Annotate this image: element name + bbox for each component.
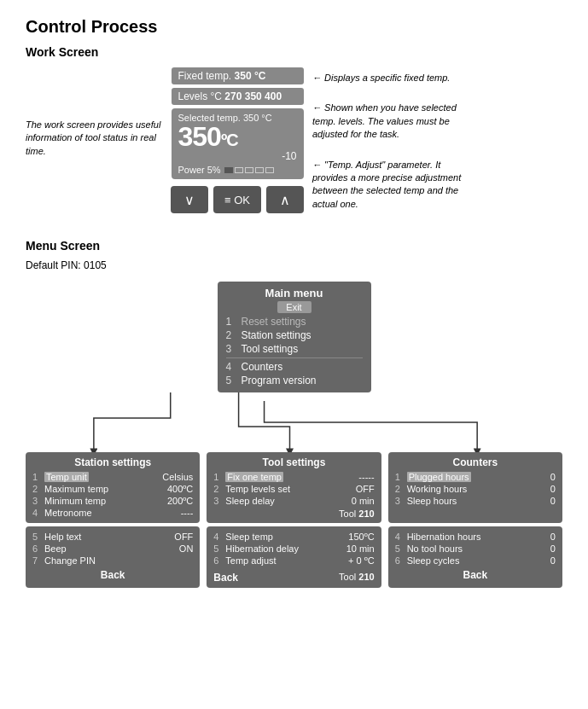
counters-back-button[interactable]: Back — [395, 569, 556, 581]
default-pin: Default PIN: 0105 — [26, 259, 562, 271]
counters-panel: Counters 1 Plugged hours 0 2 Working hou… — [388, 452, 562, 523]
tool-item-3: 3 Sleep delay 0 min — [213, 495, 374, 507]
connector-arrows — [26, 392, 562, 452]
levels-label: Levels °C — [178, 90, 223, 102]
counter-item-5: 5 No tool hours 0 — [395, 543, 556, 555]
tool-id: Tool 210 — [213, 509, 374, 519]
main-display: Selected temp. 350 °C 350ºC -10 Power 5% — [172, 108, 304, 179]
tool-back-button[interactable]: Back — [213, 572, 238, 584]
note-fixed-temp: ← Displays a specific fixed temp. — [312, 72, 466, 84]
work-screen-layout: The work screen provides useful informat… — [26, 67, 562, 213]
tool-item-6: 6 Temp adjust + 0 ºC — [213, 555, 374, 567]
menu-screen-heading: Menu Screen — [26, 239, 562, 253]
up-button[interactable]: ∧ — [266, 186, 304, 213]
counter-item-6: 6 Sleep cycles 0 — [395, 555, 556, 567]
fixed-temp-label: Fixed temp. — [178, 70, 232, 82]
counters-title: Counters — [395, 456, 556, 468]
counter-item-3: 3 Sleep hours 0 — [395, 495, 556, 507]
power-display: Power 5% — [178, 165, 297, 175]
fixed-temp-bar: Fixed temp. 350 °C — [172, 67, 304, 84]
main-menu-item-5[interactable]: 5 Program version — [226, 374, 363, 387]
station-item-6: 6 Beep ON — [32, 543, 193, 555]
note-adjust: ← "Temp. Adjust" parameter. It provides … — [312, 159, 466, 212]
counter-item-1: 1 Plugged hours 0 — [395, 471, 556, 483]
menu-screen-section: Menu Screen Default PIN: 0105 Main menu … — [26, 239, 562, 588]
main-menu-item-1[interactable]: 1 Reset settings — [226, 315, 363, 328]
main-menu-item-2[interactable]: 2 Station settings — [226, 328, 363, 342]
counters-panel-2: 4 Hibernation hours 0 5 No tool hours 0 … — [388, 526, 562, 588]
tool-item-2: 2 Temp levels set OFF — [213, 483, 374, 495]
note-levels: ← Shown when you have selected temp. lev… — [312, 102, 466, 141]
work-screen-section: Work Screen The work screen provides use… — [26, 45, 562, 213]
sub-panels-row: Station settings 1 Temp unit Celsius 2 M… — [26, 452, 562, 523]
tool-item-4: 4 Sleep temp 150ºC — [213, 531, 374, 543]
work-screen-heading: Work Screen — [26, 45, 562, 59]
sub-panels-row-2: 5 Help text OFF 6 Beep ON 7 Change PIN B… — [26, 526, 562, 588]
work-screen-buttons: ∨ ≡ OK ∧ — [171, 186, 304, 213]
tool-settings-panel-2: 4 Sleep temp 150ºC 5 Hibernation delay 1… — [207, 526, 381, 588]
tool-item-1: 1 Fix one temp ----- — [213, 471, 374, 483]
main-menu-item-3[interactable]: 3 Tool settings — [226, 342, 363, 356]
station-item-5: 5 Help text OFF — [32, 531, 193, 543]
main-menu-exit[interactable]: Exit — [277, 301, 311, 313]
page-title: Control Process — [26, 17, 562, 37]
station-settings-panel-2: 5 Help text OFF 6 Beep ON 7 Change PIN B… — [26, 526, 200, 588]
main-menu-item-4[interactable]: 4 Counters — [226, 360, 363, 374]
work-screen-right-notes: ← Displays a specific fixed temp. ← Show… — [312, 72, 466, 211]
station-item-4: 4 Metronome ---- — [32, 507, 193, 519]
station-item-2: 2 Maximum temp 400ºC — [32, 483, 193, 495]
station-item-3: 3 Minimum temp 200ºC — [32, 495, 193, 507]
levels-bar: Levels °C 270 350 400 — [172, 88, 304, 105]
ok-button[interactable]: ≡ OK — [213, 186, 261, 213]
station-item-1: 1 Temp unit Celsius — [32, 471, 193, 483]
work-screen-display: Fixed temp. 350 °C Levels °C 270 350 400… — [171, 67, 304, 213]
down-button[interactable]: ∨ — [171, 186, 208, 213]
tool-item-5: 5 Hibernation delay 10 min — [213, 543, 374, 555]
temp-adjust-value: -10 — [178, 150, 297, 162]
main-menu-box: Main menu Exit 1 Reset settings 2 Statio… — [218, 282, 371, 392]
tool-id-2: Tool 210 — [339, 572, 375, 582]
big-temp-display: 350ºC — [178, 123, 297, 150]
station-settings-panel: Station settings 1 Temp unit Celsius 2 M… — [26, 452, 200, 523]
tool-settings-title: Tool settings — [213, 456, 374, 468]
power-bar — [224, 167, 274, 173]
work-screen-left-note: The work screen provides useful informat… — [26, 119, 162, 158]
station-settings-title: Station settings — [32, 456, 193, 468]
station-back-button[interactable]: Back — [32, 569, 193, 581]
tool-settings-panel: Tool settings 1 Fix one temp ----- 2 Tem… — [207, 452, 381, 523]
counter-item-4: 4 Hibernation hours 0 — [395, 531, 556, 543]
counter-item-2: 2 Working hours 0 — [395, 483, 556, 495]
fixed-temp-value: 350 °C — [235, 70, 266, 82]
station-item-7: 7 Change PIN — [32, 555, 193, 567]
main-menu-title: Main menu — [226, 287, 363, 299]
